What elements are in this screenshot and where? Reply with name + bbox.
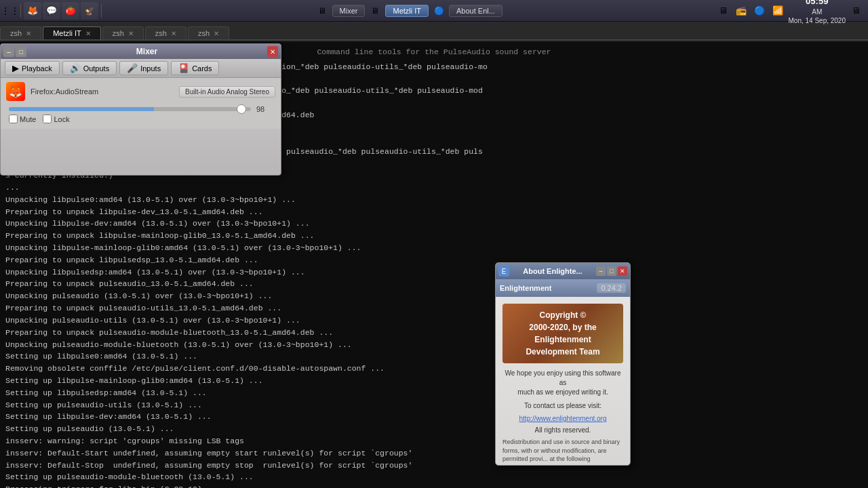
about-titlebar: E About Enlighte... – □ ✕ [496, 263, 630, 279]
about-icon[interactable]: 🔵 [431, 3, 446, 18]
tab-label: zsh [10, 29, 22, 37]
tab-zsh-1[interactable]: zsh ✕ [0, 26, 41, 39]
mixer-maximize-button[interactable]: □ [16, 46, 26, 57]
taskbar-btn-mixer[interactable]: Mixer [332, 5, 366, 17]
mute-label: Mute [20, 115, 36, 123]
term-line: Setting up libpulse-mainloop-glib0:amd64… [5, 375, 863, 387]
tab-label: zsh [113, 29, 124, 37]
term-line: Setting up libpulsedsp:amd64 (13.0-5.1) … [5, 387, 863, 399]
lock-checkbox[interactable] [43, 115, 52, 123]
about-header: Enlightenment 0.24.2 [496, 279, 630, 297]
lock-checkbox-label[interactable]: Lock [43, 115, 69, 123]
mixer-tab-playback[interactable]: ▶ Playback [5, 61, 60, 75]
about-app-icon: E [498, 266, 509, 277]
tab-zsh-2[interactable]: zsh ✕ [102, 26, 144, 39]
tab-zsh-4[interactable]: zsh ✕ [188, 26, 229, 39]
about-maximize-button[interactable]: □ [607, 266, 616, 276]
mute-lock-row: Mute Lock [6, 113, 275, 125]
tab-close-icon[interactable]: ✕ [214, 30, 219, 37]
about-rights: All rights reserved. [502, 426, 623, 434]
mixer-minimize-button[interactable]: – [3, 46, 14, 57]
tab-close-icon[interactable]: ✕ [26, 30, 31, 37]
separator2 [101, 4, 102, 18]
tab-label: zsh [155, 29, 167, 37]
term-line: Unpacking pulseaudio (13.0-5.1) over (13… [5, 290, 863, 302]
term-line: Unpacking libpulse0:amd64 (13.0-5.1) ove… [5, 194, 863, 206]
volume-row: 98 [6, 105, 275, 113]
tab-close-icon[interactable]: ✕ [128, 30, 134, 37]
mixer-tab-outputs[interactable]: 🔊 Outputs [62, 61, 117, 75]
tab-cards-label: Cards [192, 64, 212, 73]
mute-checkbox[interactable] [9, 115, 18, 123]
about-version: 0.24.2 [597, 283, 626, 293]
app-icon-tomato[interactable]: 🍅 [62, 2, 79, 20]
mixer-wm-buttons: ✕ [267, 46, 278, 57]
term-line: Setting up pulseaudio-module-bluetooth (… [5, 471, 863, 483]
app-icon-chat[interactable]: 💬 [43, 2, 60, 20]
term-line: Processing triggers for libc-bin (2.28-1… [5, 483, 863, 488]
systray-icon-monitor[interactable]: 🖥 [848, 3, 864, 19]
tab-playback-label: Playback [22, 64, 52, 73]
mixer-icon[interactable]: 🖥 [315, 3, 330, 18]
lock-label: Lock [54, 115, 69, 123]
term-line: Preparing to unpack libpulse-mainloop-gl… [5, 230, 863, 242]
about-close-button-x[interactable]: ✕ [618, 266, 627, 276]
taskbar-right: 🖥 📻 🔵 📶 05:59 AM Mon, 14 Sep, 2020 🖥 [711, 0, 868, 25]
term-line: Preparing to unpack pulseaudio_13.0-5.1_… [5, 278, 863, 290]
about-minimize-button[interactable]: – [596, 266, 606, 276]
device-selector[interactable]: Built-in Audio Analog Stereo [179, 86, 275, 98]
about-link[interactable]: http://www.enlightenment.org [502, 415, 623, 422]
tab-close-icon[interactable]: ✕ [171, 30, 176, 37]
term-line: Unpacking pulseaudio-utils (13.0-5.1) ov… [5, 314, 863, 327]
mixer-tab-cards[interactable]: 🎴 Cards [171, 61, 219, 75]
mixer-titlebar: – □ Mixer ✕ [1, 44, 281, 59]
taskbar-btn-about[interactable]: About Enl... [449, 5, 502, 17]
term-line: Preparing to unpack libpulse-dev_13.0-5.… [5, 206, 863, 218]
outputs-icon: 🔊 [70, 63, 81, 73]
about-copyright-block: Copyright ©2000-2020, by theEnlightenmen… [502, 304, 623, 363]
about-app-name: Enlightenment [500, 284, 551, 292]
tab-outputs-label: Outputs [83, 64, 110, 73]
mixer-window: – □ Mixer ✕ ▶ Playback 🔊 Outputs 🎤 Input… [0, 43, 281, 176]
systray-icon-1[interactable]: 🖥 [715, 3, 731, 19]
tab-zsh-3[interactable]: zsh ✕ [145, 26, 186, 39]
separator [20, 4, 21, 18]
term-icon[interactable]: 🖥 [368, 3, 382, 18]
systray-icon-3[interactable]: 🔵 [751, 3, 768, 19]
about-title: About Enlighte... [509, 267, 596, 275]
clock-date: Mon, 14 Sep, 2020 [788, 16, 846, 25]
mute-checkbox-label[interactable]: Mute [9, 115, 36, 123]
about-wm-buttons: – □ ✕ [596, 266, 627, 276]
tab-close-icon[interactable]: ✕ [85, 30, 91, 37]
menu-button[interactable]: ⋮⋮ [3, 3, 18, 18]
clock: 05:59 AM Mon, 14 Sep, 2020 [788, 0, 846, 25]
mixer-tab-inputs[interactable]: 🎤 Inputs [119, 61, 168, 75]
app-icon-yandex[interactable]: 🦅 [81, 2, 98, 20]
term-line: insserv: warning: script 'cgroups' missi… [5, 435, 863, 447]
taskbar-left: ⋮⋮ 🦊 💬 🍅 🦅 [0, 2, 106, 20]
about-dialog: E About Enlighte... – □ ✕ Enlightenment … [495, 262, 631, 466]
mixer-body: 🦊 Firefox:AudioStream Built-in Audio Ana… [1, 78, 281, 129]
term-line: ... [5, 182, 863, 194]
term-line: Unpacking pulseaudio-module-bluetooth (1… [5, 339, 863, 351]
term-line: Preparing to unpack pulseaudio-module-bl… [5, 327, 863, 339]
app-icon-firefox[interactable]: 🦊 [24, 2, 41, 20]
taskbar-btn-metzli[interactable]: Metzli IT [385, 5, 429, 17]
mixer-close-button[interactable]: ✕ [267, 46, 278, 57]
volume-slider[interactable] [9, 107, 251, 111]
stream-row: 🦊 Firefox:AudioStream Built-in Audio Ana… [6, 82, 275, 101]
clock-time: 05:59 [788, 0, 846, 7]
term-line: Preparing to unpack libpulsedsp_13.0-5.1… [5, 254, 863, 266]
term-line: Setting up pulseaudio-utils (13.0-5.1) .… [5, 399, 863, 411]
tab-label: Metzli IT [53, 29, 81, 37]
about-desc: We hope you enjoy using this software as… [502, 369, 623, 397]
taskbar: ⋮⋮ 🦊 💬 🍅 🦅 🖥 Mixer 🖥 Metzli IT 🔵 About E… [0, 0, 868, 22]
term-line: Setting up libpulse0:amd64 (13.0-5.1) ..… [5, 350, 863, 363]
term-line: insserv: Default-Stop undefined, assumin… [5, 460, 863, 472]
term-line: Setting up libpulse-dev:amd64 (13.0-5.1)… [5, 411, 863, 423]
tab-metzli[interactable]: Metzli IT ✕ [43, 26, 101, 39]
systray-icon-net[interactable]: 📶 [770, 3, 786, 19]
about-body: Copyright ©2000-2020, by theEnlightenmen… [496, 297, 630, 466]
systray-icon-2[interactable]: 📻 [733, 3, 749, 19]
desktop: zsh ✕ Metzli IT ✕ zsh ✕ zsh ✕ zsh ✕ Comm… [0, 22, 868, 488]
